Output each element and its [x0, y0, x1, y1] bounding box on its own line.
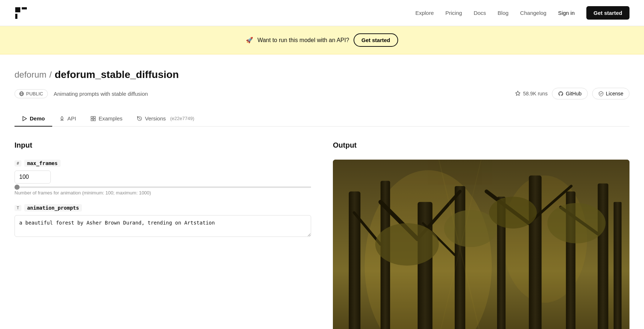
slider-row-max-frames	[15, 186, 311, 188]
nav-explore[interactable]: Explore	[415, 10, 434, 16]
runs-label: 58.9K runs	[523, 91, 548, 96]
max-frames-hint: Number of frames for animation (minimum:…	[15, 190, 311, 196]
tab-api[interactable]: API	[52, 111, 83, 127]
svg-point-33	[489, 197, 537, 229]
field-label-row-max-frames: # max_frames	[15, 160, 311, 167]
svg-rect-22	[598, 184, 608, 329]
rocket-icon	[59, 116, 65, 121]
tab-examples[interactable]: Examples	[83, 111, 130, 127]
tab-demo[interactable]: Demo	[15, 111, 52, 127]
banner-get-started-button[interactable]: Get started	[354, 33, 398, 47]
visibility-badge: PUBLIC	[15, 89, 48, 98]
output-panel: Output	[333, 141, 629, 329]
field-type-hash: #	[15, 160, 21, 166]
output-image	[333, 160, 629, 329]
license-label: License	[606, 91, 623, 96]
runs-icon	[515, 91, 521, 96]
input-title: Input	[15, 141, 311, 149]
max-frames-input[interactable]	[15, 170, 51, 184]
github-button[interactable]: GitHub	[552, 88, 588, 99]
max-frames-slider[interactable]	[15, 186, 311, 188]
history-icon	[137, 116, 142, 121]
svg-point-31	[375, 223, 439, 266]
main-content: deforum / deforum_stable_diffusion PUBLI…	[0, 54, 644, 329]
github-label: GitHub	[566, 91, 582, 96]
play-icon	[22, 116, 27, 121]
output-title: Output	[333, 141, 629, 149]
breadcrumb-repo: deforum_stable_diffusion	[55, 69, 179, 81]
nav-links: Explore Pricing Docs Blog Changelog Sign…	[415, 6, 629, 20]
svg-point-34	[548, 203, 606, 243]
tab-bar: Demo API Examples Versions	[15, 111, 629, 127]
nav-get-started-button[interactable]: Get started	[586, 6, 629, 20]
meta-row: PUBLIC Animating prompts with stable dif…	[15, 88, 629, 99]
nav-changelog[interactable]: Changelog	[520, 10, 546, 16]
svg-rect-2	[15, 14, 17, 19]
svg-rect-0	[15, 7, 20, 12]
forest-svg	[333, 160, 629, 329]
field-label-row-animation-prompts: T animation_prompts	[15, 204, 311, 211]
license-button[interactable]: License	[592, 88, 629, 99]
svg-rect-18	[455, 186, 465, 329]
content-grid: Input # max_frames Number of frames for …	[15, 141, 629, 329]
svg-rect-9	[91, 119, 93, 121]
tab-examples-label: Examples	[99, 115, 123, 122]
signin-button[interactable]: Sign in	[558, 10, 575, 16]
runs-count: 58.9K runs	[515, 91, 548, 96]
svg-rect-7	[91, 116, 93, 118]
svg-rect-23	[614, 202, 622, 329]
meta-right: 58.9K runs GitHub License	[515, 88, 629, 99]
field-name-animation-prompts: animation_prompts	[24, 204, 82, 211]
navbar: Explore Pricing Docs Blog Changelog Sign…	[0, 0, 644, 26]
meta-left: PUBLIC Animating prompts with stable dif…	[15, 89, 148, 98]
nav-blog[interactable]: Blog	[498, 10, 508, 16]
github-icon	[558, 91, 564, 96]
api-banner: 🚀 Want to run this model with an API? Ge…	[0, 26, 644, 54]
banner-emoji: 🚀	[246, 37, 253, 44]
field-type-t: T	[15, 205, 21, 211]
svg-rect-8	[94, 116, 95, 118]
svg-rect-20	[529, 176, 541, 329]
breadcrumb-owner[interactable]: deforum	[15, 70, 46, 80]
grid-icon	[91, 116, 96, 121]
tab-api-label: API	[67, 115, 76, 122]
svg-rect-1	[22, 7, 27, 9]
field-name-max-frames: max_frames	[24, 160, 61, 167]
input-panel: Input # max_frames Number of frames for …	[15, 141, 311, 329]
animation-prompts-textarea[interactable]: a beautiful forest by Asher Brown Durand…	[15, 215, 311, 237]
banner-text: Want to run this model with an API?	[257, 37, 349, 44]
version-hash: (e22e7749)	[170, 116, 194, 121]
output-image-container	[333, 160, 629, 329]
svg-marker-6	[23, 116, 26, 121]
nav-docs[interactable]: Docs	[474, 10, 486, 16]
model-description: Animating prompts with stable diffusion	[54, 91, 148, 97]
tab-versions-label: Versions	[145, 115, 166, 122]
globe-icon	[19, 91, 24, 96]
nav-pricing[interactable]: Pricing	[445, 10, 462, 16]
field-animation-prompts: T animation_prompts a beautiful forest b…	[15, 204, 311, 238]
breadcrumb-separator: /	[49, 70, 52, 80]
logo[interactable]	[15, 7, 28, 20]
tab-demo-label: Demo	[30, 115, 45, 122]
field-max-frames: # max_frames Number of frames for animat…	[15, 160, 311, 196]
svg-rect-17	[418, 202, 433, 329]
license-icon	[598, 91, 604, 96]
breadcrumb: deforum / deforum_stable_diffusion	[15, 69, 629, 81]
visibility-label: PUBLIC	[26, 91, 43, 96]
svg-rect-10	[94, 119, 95, 121]
tab-versions[interactable]: Versions (e22e7749)	[130, 111, 202, 127]
